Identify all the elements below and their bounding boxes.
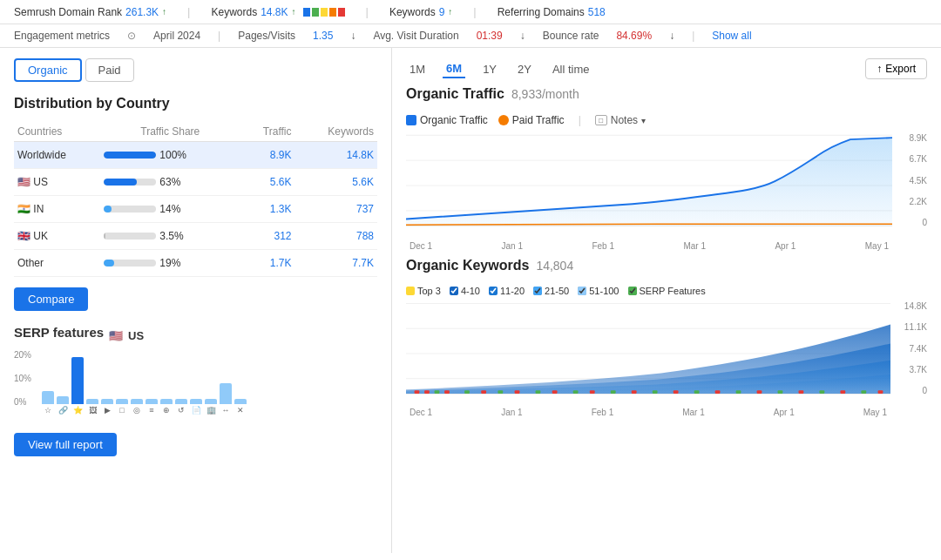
kw-legend-51-100: 51-100 (578, 286, 619, 296)
keywords2: Keywords 9 ↑ (389, 6, 452, 18)
svg-rect-34 (861, 390, 866, 394)
col-traffic-share: Traffic Share (100, 122, 240, 142)
pages-label: Pages/Visits (238, 30, 295, 42)
country-table: Countries Traffic Share Traffic Keywords… (14, 122, 377, 277)
keywords2-value: 9 (439, 6, 445, 18)
serp-icon: ↔ (220, 406, 232, 415)
serp-bar (190, 399, 202, 404)
kw-check-51-100[interactable] (578, 287, 586, 295)
serp-bar (57, 396, 69, 404)
export-button[interactable]: ↑ Export (865, 58, 927, 79)
show-all-link[interactable]: Show all (712, 30, 751, 42)
time-btn-2y[interactable]: 2Y (514, 61, 535, 78)
kw-x-mar: Mar 1 (682, 408, 705, 417)
traffic-value: 5.6K (240, 169, 294, 196)
tab-paid[interactable]: Paid (85, 58, 134, 82)
svg-rect-11 (424, 390, 430, 394)
bounce-value: 84.69% (616, 30, 652, 42)
serp-icon: 📄 (190, 406, 202, 415)
svg-rect-20 (573, 390, 579, 394)
time-btn-1y[interactable]: 1Y (479, 61, 500, 78)
notes-label: Notes (611, 114, 638, 126)
kw-y-0: 14.8K (892, 301, 927, 311)
country-name: Worldwide (14, 142, 100, 169)
compare-button[interactable]: Compare (14, 287, 88, 311)
y-label-2: 4.5K (894, 176, 927, 186)
y-label-0: 8.9K (894, 133, 927, 143)
table-row[interactable]: 🇺🇸 US 63% 5.6K 5.6K (14, 169, 377, 196)
serp-y-10: 10% (14, 374, 38, 383)
kw-label-top3: Top 3 (417, 286, 441, 296)
duration-label: Avg. Visit Duration (373, 30, 458, 42)
svg-rect-16 (498, 390, 503, 394)
duration-arrow: ↓ (520, 30, 525, 42)
table-row[interactable]: Worldwide 100% 8.9K 14.8K (14, 142, 377, 169)
svg-rect-22 (611, 390, 616, 394)
col-keywords: Keywords (295, 122, 377, 142)
serp-bar (101, 399, 113, 404)
view-full-report-button[interactable]: View full report (14, 433, 117, 456)
svg-rect-27 (715, 390, 721, 394)
time-btn-alltime[interactable]: All time (549, 61, 593, 78)
pages-value: 1.35 (313, 30, 333, 42)
organic-traffic-section: Organic Traffic 8,933/month Organic Traf… (406, 86, 927, 251)
serp-country: US (128, 329, 144, 342)
kw-label-4-10: 4-10 (461, 286, 480, 296)
kw-value: 14,804 (536, 259, 573, 273)
serp-bar (205, 399, 217, 404)
country-name: 🇺🇸 US (14, 169, 100, 196)
kw-chart-svg (406, 301, 890, 406)
serp-bars-area (42, 350, 377, 404)
serp-icon: ☆ (42, 406, 54, 415)
table-row[interactable]: 🇮🇳 IN 14% 1.3K 737 (14, 196, 377, 223)
x-may: May 1 (865, 241, 889, 251)
kw-check-21-50[interactable] (533, 287, 542, 295)
semrush-label: Semrush Domain Rank (14, 6, 122, 18)
serp-chart: 20% 10% 0% ☆🔗⭐🖼▶□◎≡⊕↺📄🏢↔✕ (14, 350, 377, 424)
engagement-icon: ⊙ (127, 30, 136, 42)
legend-notes[interactable]: □ Notes ▾ (595, 114, 646, 126)
keywords1: Keywords 14.8K ↑ (212, 6, 345, 18)
serp-bar (116, 399, 128, 404)
organic-legend: Organic Traffic Paid Traffic | □ Notes ▾ (406, 114, 927, 126)
time-btn-1m[interactable]: 1M (406, 61, 429, 78)
table-row[interactable]: Other 19% 1.7K 7.7K (14, 250, 377, 277)
serp-icon: ◎ (131, 406, 143, 415)
kw-label-21-50: 21-50 (545, 286, 569, 296)
kw-title-row: Organic Keywords 14,804 (406, 258, 927, 280)
kw-y-labels: 14.8K 11.1K 7.4K 3.7K 0 (892, 301, 927, 395)
svg-rect-19 (552, 390, 558, 394)
svg-rect-30 (778, 390, 783, 394)
kw-check-serp[interactable] (628, 287, 637, 295)
traffic-bar-cell: 19% (100, 250, 240, 277)
svg-rect-24 (653, 390, 658, 394)
svg-rect-28 (736, 390, 741, 394)
tab-organic[interactable]: Organic (14, 58, 82, 82)
kw-legend-row: Top 3 4-10 11-20 21-50 51-100 (406, 286, 927, 296)
kw-check-4-10[interactable] (450, 287, 458, 295)
kw-check-11-20[interactable] (489, 287, 498, 295)
svg-rect-17 (515, 390, 520, 394)
serp-y-0: 0% (14, 397, 38, 407)
keywords-value: 5.6K (295, 169, 377, 196)
svg-rect-29 (757, 390, 762, 394)
y-label-3: 2.2K (894, 197, 927, 206)
svg-rect-18 (536, 390, 541, 394)
svg-rect-14 (464, 390, 470, 394)
kw-legend-4-10: 4-10 (450, 286, 480, 296)
time-btn-6m[interactable]: 6M (443, 60, 465, 78)
semrush-value: 261.3K (125, 6, 159, 18)
semrush-arrow: ↑ (162, 7, 166, 17)
semrush-rank: Semrush Domain Rank 261.3K ↑ (14, 6, 166, 18)
kw-x-dec: Dec 1 (410, 408, 432, 417)
notes-chevron: ▾ (641, 116, 646, 125)
pages-arrow: ↓ (350, 30, 355, 42)
table-row[interactable]: 🇬🇧 UK 3.5% 312 788 (14, 223, 377, 250)
kw-x-feb: Feb 1 (592, 408, 614, 417)
svg-rect-32 (820, 390, 825, 394)
traffic-bar-cell: 3.5% (100, 223, 240, 250)
left-panel: Organic Paid Distribution by Country Cou… (0, 48, 392, 553)
serp-bar (160, 399, 173, 404)
svg-rect-33 (840, 390, 845, 394)
serp-bar (175, 399, 187, 404)
